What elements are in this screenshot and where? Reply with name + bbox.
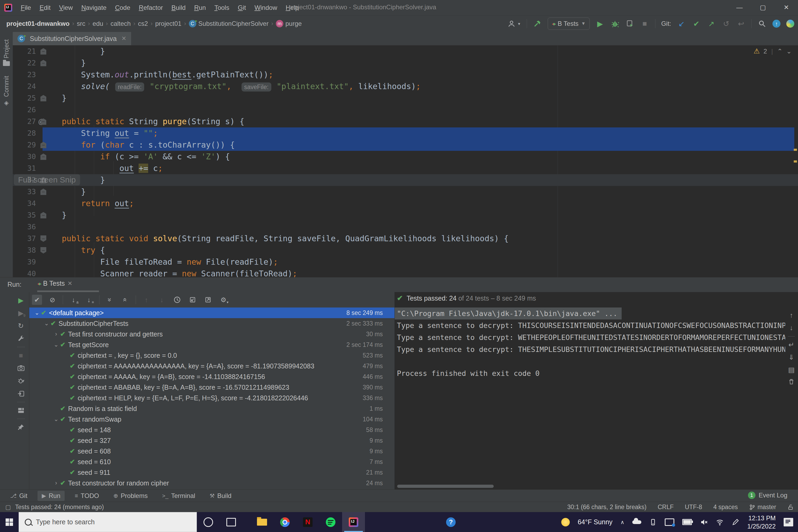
run-tab-close-icon[interactable]: ✕ — [68, 280, 72, 287]
code-line[interactable]: 33 } – — [13, 186, 798, 198]
sidebar-item-commit[interactable]: Commit ◈ — [0, 76, 13, 107]
code-line[interactable]: 31 out += c; — [13, 163, 798, 174]
close-button[interactable]: ✕ — [775, 0, 798, 15]
code-line[interactable]: 24 solve( readFile: "cryptogram.txt", sa… — [13, 81, 798, 92]
taskbar-search-input[interactable]: Type here to search — [19, 512, 197, 532]
build-hammer-icon[interactable] — [533, 19, 542, 28]
code-line[interactable]: 37 public static void solve(String readF… — [13, 233, 798, 244]
tray-chevron-up-icon[interactable]: ∧ — [621, 519, 625, 525]
console-horizontal-scrollbar[interactable] — [397, 484, 494, 488]
git-branch-widget[interactable]: master — [749, 504, 776, 511]
ide-update-badge-icon[interactable]: ↑ — [773, 20, 780, 28]
onedrive-icon[interactable] — [632, 520, 641, 524]
spotify-button[interactable] — [319, 512, 342, 532]
code-editor[interactable]: 21 } – 22 } – 23 System.out.println(best… — [13, 45, 798, 277]
test-tree-row[interactable]: ⌄ ✔ Test getScore 2 sec 174 ms — [29, 339, 395, 350]
breadcrumb-item[interactable]: SubstitutionCipherSolver — [198, 20, 269, 27]
netflix-button[interactable]: N — [296, 512, 319, 532]
test-tree-row[interactable]: ✔ seed = 327 9 ms — [29, 435, 395, 446]
code-line[interactable]: 32 } – — [13, 174, 798, 186]
intellij-taskbar-button[interactable]: IJ — [342, 512, 365, 532]
error-stripe-mark[interactable] — [794, 160, 797, 163]
test-tree-row[interactable]: ⌄ ✔ Test randomSwap 104 ms — [29, 414, 395, 424]
test-tree-row[interactable]: ✔ ciphertext = HELP, key = {E=A, L=F, P=… — [29, 393, 395, 403]
git-rollback-icon[interactable]: ↩ — [737, 19, 746, 28]
tab-close-icon[interactable]: ✕ — [121, 35, 126, 42]
menu-item-refactor[interactable]: Refactor — [135, 2, 167, 13]
breadcrumb-item[interactable]: src — [77, 20, 86, 27]
chrome-button[interactable] — [273, 512, 296, 532]
code-line[interactable]: 36 — [13, 221, 798, 233]
file-encoding[interactable]: UTF-8 — [685, 504, 702, 511]
start-button[interactable] — [0, 512, 19, 532]
unlock-icon[interactable] — [787, 504, 794, 510]
stop-process-button[interactable]: ■ — [17, 351, 25, 360]
tree-chevron-icon[interactable]: ⌄ — [52, 341, 60, 348]
previous-failed-test-button[interactable]: ↑ — [141, 295, 151, 305]
caret-position[interactable]: 30:1 (66 chars, 2 line breaks) — [567, 504, 647, 511]
debug-button[interactable] — [610, 19, 620, 28]
code-line[interactable]: 39 File fileToRead = new File(readFile); — [13, 256, 798, 268]
menu-item-build[interactable]: Build — [168, 2, 189, 13]
code-line[interactable]: 28 String out = ""; — [13, 128, 798, 139]
collapse-all-button[interactable]: « — [120, 295, 130, 305]
menu-item-edit[interactable]: Edit — [36, 2, 54, 13]
test-tree-row[interactable]: › ✔ Test constructor for random cipher 2… — [29, 478, 395, 488]
code-line[interactable]: 34 return out; — [13, 198, 798, 209]
run-with-coverage-button[interactable] — [625, 19, 634, 28]
breadcrumb-item[interactable]: project01 — [155, 20, 182, 27]
search-everywhere-icon[interactable] — [758, 19, 766, 28]
code-line[interactable]: 27 public static String purge(String s) … — [13, 116, 798, 128]
print-icon[interactable]: ▤ — [788, 366, 795, 374]
pin-tab-button[interactable] — [17, 423, 25, 432]
export-test-results-button[interactable] — [203, 295, 213, 305]
open-results-button[interactable] — [17, 389, 25, 398]
git-history-icon[interactable]: ↺ — [722, 19, 731, 28]
git-update-icon[interactable]: ↙ — [677, 19, 686, 28]
run-console[interactable]: "C:\Program Files\Java\jdk-17.0.1\bin\ja… — [395, 307, 785, 490]
breadcrumb-item[interactable]: caltech — [110, 20, 131, 27]
test-tree-row[interactable]: ✔ seed = 148 58 ms — [29, 424, 395, 435]
sort-alphabetically-button[interactable]: ↓a — [68, 295, 78, 305]
next-warning-icon[interactable]: ⌄ — [786, 48, 792, 55]
next-failed-test-button[interactable]: ↓ — [157, 295, 167, 305]
test-tree-row[interactable]: ✔ ciphertext = AAAAAAAAAAAAAAAA, key = {… — [29, 361, 395, 371]
tool-window-button-build[interactable]: ⚒ Build — [205, 491, 236, 501]
error-stripe-mark[interactable] — [794, 149, 797, 151]
test-tree-row[interactable]: ⌄ ✔ SubstitutionCipherTests 2 sec 333 ms — [29, 318, 395, 329]
test-tree-row[interactable]: ✔ ciphertext = ABABAB, key = {B=A, A=B},… — [29, 382, 395, 393]
tree-chevron-icon[interactable]: ⌄ — [42, 320, 51, 327]
code-line[interactable]: 30 if (c >= 'A' && c <= 'Z') { – — [13, 151, 798, 163]
restore-layout-button[interactable] — [17, 406, 25, 415]
test-tree-row[interactable]: › ✔ Test first constructor and getters 3… — [29, 329, 395, 339]
scroll-up-icon[interactable]: ↑ — [790, 311, 793, 320]
wifi-icon[interactable] — [716, 518, 724, 526]
user-profile-icon[interactable] — [507, 19, 516, 28]
phone-link-icon[interactable] — [649, 518, 657, 526]
test-tree-row[interactable]: ✔ seed = 911 21 ms — [29, 467, 395, 478]
dump-threads-camera-button[interactable] — [17, 364, 25, 373]
code-line[interactable]: 38 try { – — [13, 244, 798, 256]
taskbar-clock[interactable]: 12:13 PM 1/25/2022 — [747, 514, 776, 530]
show-passed-toggle[interactable]: ✔ — [32, 295, 42, 305]
task-view-button[interactable] — [220, 512, 243, 532]
sidebar-item-project[interactable]: Project — [0, 39, 13, 66]
import-test-results-button[interactable] — [188, 295, 198, 305]
tree-chevron-icon[interactable]: ⌄ — [52, 416, 60, 423]
test-history-clock-button[interactable] — [172, 295, 182, 305]
breadcrumb-item[interactable]: edu — [93, 20, 103, 27]
sort-by-duration-button[interactable]: ↓≡ — [84, 295, 94, 305]
breadcrumb-item[interactable]: purge — [285, 20, 302, 27]
menu-item-code[interactable]: Code — [111, 2, 134, 13]
test-settings-wrench-button[interactable] — [17, 334, 25, 343]
battery-icon[interactable] — [682, 519, 692, 525]
weather-text[interactable]: 64°F Sunny — [578, 518, 613, 526]
menu-item-git[interactable]: Git — [234, 2, 250, 13]
test-tree-row[interactable]: ✔ ciphertext = , key = {}, score = 0.0 5… — [29, 350, 395, 361]
tree-chevron-icon[interactable]: › — [52, 480, 60, 487]
maximize-button[interactable]: ▢ — [751, 0, 775, 15]
tab-substitutionciphersolver[interactable]: C▸ SubstitutionCipherSolver.java ✕ — [13, 32, 131, 45]
breadcrumb-item[interactable]: project01-dnwankwo — [6, 20, 70, 27]
git-push-icon[interactable]: ↗ — [707, 19, 716, 28]
menu-item-file[interactable]: File — [17, 2, 35, 13]
